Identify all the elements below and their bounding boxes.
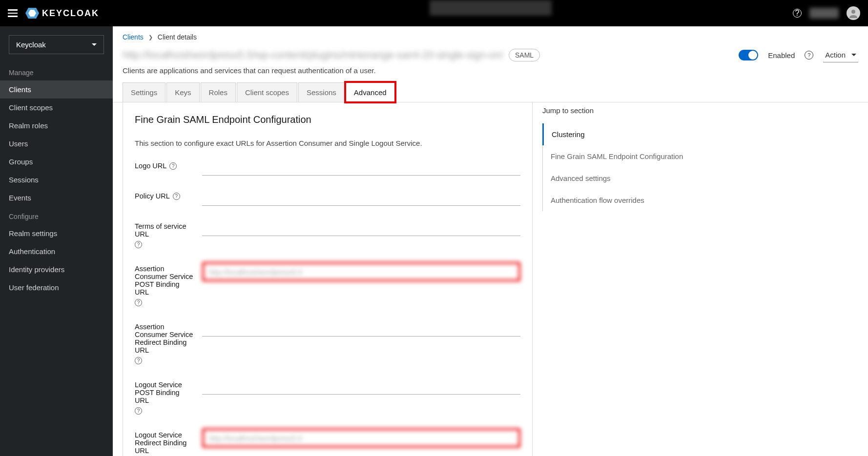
field-policy-url: Policy URL? [135, 189, 520, 206]
header-right: ? [793, 6, 860, 20]
action-label: Action [825, 51, 846, 59]
tab-settings[interactable]: Settings [123, 82, 165, 102]
page-title-row: http://localhost/wordpress5.5/wp-content… [123, 49, 540, 61]
label-logo-url: Logo URL [135, 162, 166, 170]
jump-item-fine-grain[interactable]: Fine Grain SAML Endpoint Configuration [543, 145, 718, 167]
jump-title: Jump to section [542, 106, 718, 115]
field-logout-post: Logout Service POST Binding URL? [135, 378, 520, 415]
brand-logo[interactable]: KEYCLOAK [25, 8, 99, 19]
tab-sessions[interactable]: Sessions [298, 82, 345, 102]
label-acs-post: Assertion Consumer Service POST Binding … [135, 265, 193, 296]
section-title: Fine Grain SAML Endpoint Configuration [135, 114, 520, 125]
nav-item-sessions[interactable]: Sessions [0, 171, 113, 189]
nav-item-authentication[interactable]: Authentication [0, 242, 113, 260]
help-icon[interactable]: ? [135, 299, 142, 306]
breadcrumb-sep-icon: ❯ [148, 34, 153, 40]
tab-roles[interactable]: Roles [201, 82, 236, 102]
field-logo-url: Logo URL? [135, 159, 520, 176]
nav-item-client-scopes[interactable]: Client scopes [0, 99, 113, 117]
breadcrumb: Clients ❯ Client details [113, 26, 868, 45]
protocol-badge: SAML [509, 49, 540, 61]
help-icon[interactable]: ? [135, 357, 142, 364]
help-icon[interactable]: ? [169, 162, 177, 170]
action-dropdown[interactable]: Action [823, 48, 858, 62]
nav-section-configure: Configure [0, 207, 113, 224]
help-icon[interactable]: ? [135, 407, 142, 415]
label-policy-url: Policy URL [135, 192, 170, 200]
nav-item-realm-roles[interactable]: Realm roles [0, 117, 113, 135]
sidebar: Keycloak Manage Clients Client scopes Re… [0, 26, 113, 456]
field-acs-redirect: Assertion Consumer Service Redirect Bind… [135, 320, 520, 364]
nav-item-events[interactable]: Events [0, 189, 113, 207]
help-icon[interactable]: ? [135, 241, 142, 248]
page-description: Clients are applications and services th… [113, 62, 868, 82]
field-logout-redirect: Logout Service Redirect Binding URL? [135, 428, 520, 456]
nav-item-clients[interactable]: Clients [0, 80, 113, 99]
nav-item-identity-providers[interactable]: Identity providers [0, 260, 113, 278]
hamburger-icon[interactable] [8, 9, 18, 17]
nav-item-groups[interactable]: Groups [0, 153, 113, 171]
main-content: Clients ❯ Client details http://localhos… [113, 26, 868, 456]
nav-section-manage: Manage [0, 63, 113, 80]
realm-selector[interactable]: Keycloak [9, 35, 104, 54]
input-logout-post[interactable] [202, 378, 520, 395]
section-desc: This section to configure exact URLs for… [135, 139, 520, 147]
caret-down-icon [92, 43, 97, 46]
nav-item-realm-settings[interactable]: Realm settings [0, 224, 113, 242]
svg-point-2 [851, 10, 855, 14]
jump-list: Clustering Fine Grain SAML Endpoint Conf… [542, 123, 718, 211]
breadcrumb-current: Client details [158, 33, 197, 41]
input-policy-url[interactable] [202, 189, 520, 206]
enabled-label: Enabled [768, 51, 795, 59]
enabled-toggle[interactable] [739, 50, 758, 60]
caret-down-icon [851, 54, 856, 56]
label-logout-post: Logout Service POST Binding URL [135, 381, 193, 404]
header-left: KEYCLOAK [8, 8, 99, 19]
label-logout-redirect: Logout Service Redirect Binding URL [135, 431, 193, 455]
page-header-row: http://localhost/wordpress5.5/wp-content… [113, 45, 868, 62]
keycloak-logo-icon [25, 8, 39, 19]
jump-item-auth-flow[interactable]: Authentication flow overrides [543, 189, 718, 211]
avatar-icon[interactable] [847, 6, 860, 20]
client-id-blurred: http://localhost/wordpress5.5/wp-content… [123, 49, 503, 61]
tab-keys[interactable]: Keys [166, 82, 199, 102]
jump-section: Jump to section Clustering Fine Grain SA… [542, 102, 728, 456]
jump-item-clustering[interactable]: Clustering [542, 123, 718, 145]
field-terms-url: Terms of service URL? [135, 219, 520, 248]
input-logo-url[interactable] [202, 159, 520, 176]
enabled-help-icon[interactable]: ? [805, 51, 813, 59]
tab-advanced[interactable]: Advanced [346, 82, 395, 102]
field-acs-post: Assertion Consumer Service POST Binding … [135, 262, 520, 306]
brand-text: KEYCLOAK [42, 8, 99, 19]
jump-item-advanced[interactable]: Advanced settings [543, 167, 718, 189]
global-help-icon[interactable]: ? [793, 9, 802, 18]
help-icon[interactable]: ? [173, 193, 180, 200]
user-menu-redacted[interactable] [809, 8, 839, 19]
label-acs-redirect: Assertion Consumer Service Redirect Bind… [135, 323, 193, 354]
top-header: KEYCLOAK ? [0, 0, 868, 26]
input-acs-redirect[interactable] [202, 320, 520, 337]
nav-item-user-federation[interactable]: User federation [0, 278, 113, 297]
form-panel: Fine Grain SAML Endpoint Configuration T… [123, 102, 533, 456]
input-logout-redirect[interactable] [202, 428, 520, 448]
input-acs-post[interactable] [202, 262, 520, 281]
header-redacted-box [430, 0, 552, 16]
input-terms-url[interactable] [202, 219, 520, 236]
tabs-row: Settings Keys Roles Client scopes Sessio… [113, 82, 868, 102]
tab-client-scopes[interactable]: Client scopes [237, 82, 297, 102]
label-terms-url: Terms of service URL [135, 222, 193, 238]
page-actions: Enabled ? Action [739, 48, 858, 62]
nav-item-users[interactable]: Users [0, 135, 113, 153]
breadcrumb-clients-link[interactable]: Clients [123, 33, 144, 41]
realm-name: Keycloak [16, 40, 46, 49]
content-cols: Fine Grain SAML Endpoint Configuration T… [113, 102, 868, 456]
